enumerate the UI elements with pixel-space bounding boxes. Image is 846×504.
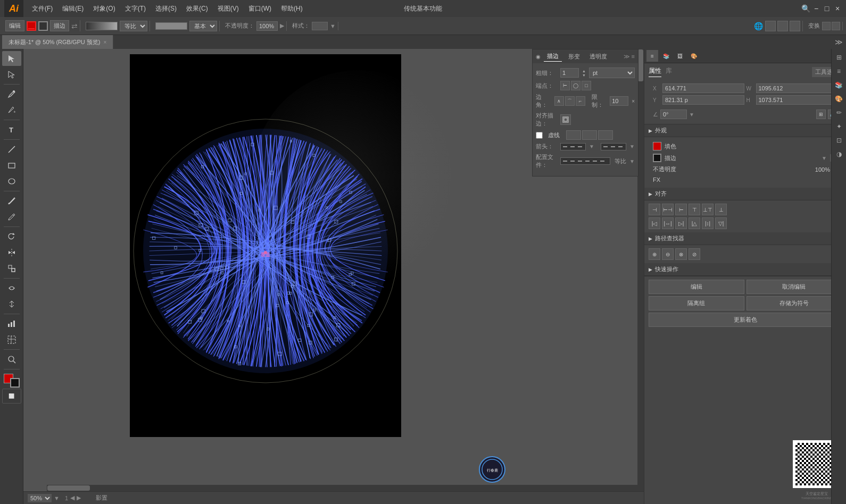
pathfinder-exclude[interactable]: ⊘	[689, 248, 700, 260]
align-right-btn[interactable]: ⊢	[675, 204, 687, 215]
maximize-button[interactable]: □	[823, 4, 831, 13]
x-input[interactable]	[662, 83, 744, 93]
save-symbol-btn[interactable]: 存储为符号	[747, 296, 842, 310]
panel-menu-icon[interactable]: ≡	[632, 53, 635, 60]
profile-select[interactable]	[560, 157, 610, 165]
align-center-v-btn[interactable]: ⊥⊤	[702, 204, 714, 215]
pattern-finder-header[interactable]: ▶ 路径查找器 ···	[644, 232, 846, 245]
rotate-tool[interactable]	[2, 229, 21, 244]
view-btn-1[interactable]	[765, 21, 776, 31]
search-icon[interactable]: 🔍	[801, 4, 810, 13]
dash-input-1[interactable]	[566, 130, 581, 140]
zoom-arrow[interactable]: ▼	[54, 495, 60, 501]
paintbrush-tool[interactable]	[2, 194, 21, 208]
props-tab-properties[interactable]: 属性	[649, 66, 661, 77]
layers-icon-btn[interactable]: ≡	[646, 50, 658, 62]
menu-help[interactable]: 帮助(H)	[277, 2, 307, 15]
view-btn-3[interactable]	[790, 21, 800, 31]
type-tool[interactable]: T	[2, 122, 21, 137]
weight-stepper[interactable]: ▲ ▼	[582, 69, 586, 77]
transform-btn-1[interactable]	[822, 22, 831, 30]
zoom-select[interactable]: 50%	[28, 494, 52, 502]
pathfinder-minus[interactable]: ⊖	[662, 248, 674, 260]
width-tool[interactable]	[2, 297, 21, 312]
stroke-style-select[interactable]: 等比	[120, 21, 147, 31]
h-input[interactable]	[756, 95, 838, 105]
isolate-btn[interactable]: 隔离组	[649, 296, 744, 310]
square-cap-btn[interactable]: □	[582, 81, 591, 90]
dash-input-2[interactable]	[582, 130, 597, 140]
stroke-color-btn[interactable]	[38, 21, 48, 31]
dash-input-3[interactable]	[598, 130, 613, 140]
pen-tool[interactable]	[2, 87, 21, 102]
ellipse-tool[interactable]	[2, 174, 21, 189]
w-input[interactable]	[756, 83, 838, 93]
minimize-button[interactable]: −	[812, 4, 820, 13]
gradient-panel-btn[interactable]: ◑	[833, 148, 845, 161]
round-join-btn[interactable]: ⌒	[565, 96, 575, 106]
zoom-tool[interactable]	[2, 352, 21, 367]
reflect-tool[interactable]	[2, 245, 21, 260]
weight-input[interactable]	[560, 68, 579, 78]
constrain-w-btn[interactable]: ⊞	[816, 110, 826, 119]
align-left-btn[interactable]: ⊣	[649, 204, 660, 215]
opacity-input[interactable]	[256, 21, 278, 31]
expand-icon[interactable]: ≫	[624, 53, 630, 60]
dist-h-btn[interactable]: |↔|	[662, 217, 674, 229]
align-bottom-btn[interactable]: ⊥	[715, 204, 727, 215]
menu-file[interactable]: 文件(F)	[28, 2, 57, 15]
arrowhead-end-select[interactable]	[601, 143, 626, 150]
butt-cap-btn[interactable]: ⊢	[560, 81, 570, 90]
warp-tool[interactable]	[2, 281, 21, 296]
profile-dropdown[interactable]: ▼	[629, 158, 635, 164]
align-top-btn[interactable]: ⊤	[689, 204, 700, 215]
round-cap-btn[interactable]: ◯	[571, 81, 580, 90]
align-stroke-btn[interactable]	[560, 114, 571, 125]
cancel-edit-btn[interactable]: 取消编辑	[747, 280, 842, 294]
view-btn-2[interactable]	[777, 21, 788, 31]
layers-panel-btn[interactable]: ≡	[833, 65, 845, 78]
style-swatch[interactable]	[312, 22, 328, 30]
tab-close-btn[interactable]: ×	[104, 39, 107, 45]
opacity-tab[interactable]: 透明度	[586, 52, 610, 62]
appearance-section-header[interactable]: ▶ 外观 ···	[644, 124, 846, 137]
swap-colors-icon[interactable]: ⇄	[71, 22, 78, 30]
pencil-tool[interactable]	[2, 209, 21, 224]
horizontal-scrollbar[interactable]	[47, 485, 637, 491]
brush-panel-btn[interactable]: ✏	[833, 106, 845, 119]
symbol-panel-btn[interactable]: ✦	[833, 120, 845, 133]
menu-object[interactable]: 对象(O)	[89, 2, 119, 15]
bevel-join-btn[interactable]: ⌐	[576, 96, 585, 106]
scale-tool[interactable]	[2, 261, 21, 276]
stroke-swatch[interactable]	[10, 378, 20, 388]
dashed-checkbox[interactable]	[536, 132, 543, 139]
libraries-panel-btn[interactable]: 📚	[833, 79, 845, 91]
menu-select[interactable]: 选择(S)	[151, 2, 181, 15]
line-style-select[interactable]: 基本	[189, 21, 217, 31]
panels-toggle[interactable]: ≫	[832, 38, 846, 46]
dist-top-btn[interactable]: |△	[689, 217, 700, 229]
menu-edit[interactable]: 编辑(E)	[58, 2, 88, 15]
align-center-h-btn[interactable]: ⊢⊣	[662, 204, 674, 215]
stroke-appear-dropdown[interactable]: ▼	[822, 155, 827, 161]
fill-color-indicator[interactable]	[653, 142, 661, 150]
pathfinder-intersect[interactable]: ⊗	[675, 248, 687, 260]
opacity-arrow[interactable]: ▶	[280, 22, 284, 29]
direct-selection-tool[interactable]	[2, 67, 21, 82]
slice-tool[interactable]	[2, 332, 21, 347]
menu-text[interactable]: 文字(T)	[121, 2, 150, 15]
y-input[interactable]	[662, 95, 744, 105]
screen-mode-btn[interactable]: ⬜	[2, 389, 21, 404]
stroke-tab[interactable]: 描边	[544, 51, 562, 62]
add-anchor-tool[interactable]: +	[2, 103, 21, 117]
dist-v-btn[interactable]: |↕|	[702, 217, 714, 229]
arrowhead-start-select[interactable]	[560, 143, 586, 150]
dist-left-btn[interactable]: |◁	[649, 217, 660, 229]
menu-view[interactable]: 视图(V)	[213, 2, 243, 15]
line-tool[interactable]	[2, 142, 21, 157]
page-nav-right[interactable]: ▶	[77, 494, 81, 501]
pathfinder-unite[interactable]: ⊕	[649, 248, 660, 260]
asset-icon-btn[interactable]: 🖼	[674, 50, 686, 62]
arrowhead-end-dropdown[interactable]: ▼	[629, 144, 635, 149]
menu-effect[interactable]: 效果(C)	[182, 2, 212, 15]
